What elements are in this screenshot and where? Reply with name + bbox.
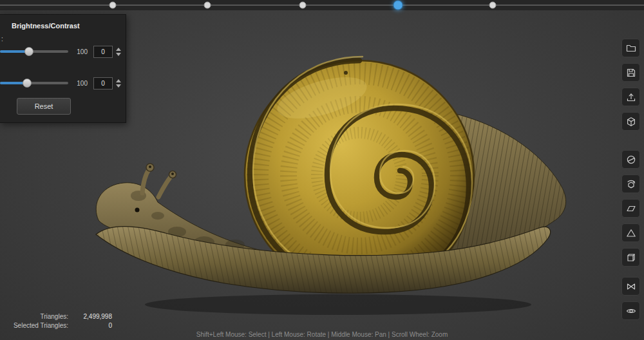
triangles-value: 2,499,998 bbox=[71, 313, 112, 320]
visibility-icon bbox=[626, 306, 636, 316]
slider-max-label: 100 bbox=[73, 48, 88, 55]
selected-triangles-label: Selected Triangles: bbox=[6, 322, 68, 329]
model-cube-button[interactable] bbox=[621, 112, 640, 131]
bounding-box-button[interactable] bbox=[621, 248, 640, 267]
mesh-rotate-button[interactable] bbox=[621, 175, 640, 193]
toolbar-group-file bbox=[621, 39, 640, 131]
contrast-row: 100 bbox=[0, 75, 126, 91]
folder-open-icon bbox=[626, 43, 636, 53]
mouse-help-text: Shift+Left Mouse: Select | Left Mouse: R… bbox=[0, 331, 644, 338]
optimize-icon bbox=[626, 281, 636, 292]
sphere-cut-icon bbox=[626, 155, 636, 165]
snail-model[interactable] bbox=[80, 52, 576, 322]
surface-plane-icon bbox=[626, 203, 636, 214]
sphere-cut-button[interactable] bbox=[621, 150, 640, 169]
mesh-rotate-icon bbox=[626, 179, 636, 189]
visibility-button[interactable] bbox=[621, 301, 640, 320]
brightness-spinner[interactable] bbox=[116, 48, 121, 56]
triangle-mesh-button[interactable] bbox=[621, 223, 640, 242]
model-cube-icon bbox=[626, 117, 636, 127]
brightness-row: 100 bbox=[0, 43, 126, 60]
save-button[interactable] bbox=[621, 63, 640, 82]
progress-step-2[interactable] bbox=[204, 2, 211, 9]
spinner-up-icon[interactable] bbox=[116, 79, 121, 82]
mesh-statistics: Triangles: 2,499,998 Selected Triangles:… bbox=[6, 313, 112, 329]
progress-step-1[interactable] bbox=[109, 2, 117, 9]
selected-triangles-value: 0 bbox=[71, 322, 112, 329]
brightness-slider[interactable] bbox=[0, 46, 68, 57]
progress-step-4-active[interactable] bbox=[393, 1, 403, 10]
export-button[interactable] bbox=[621, 88, 640, 106]
save-icon bbox=[626, 68, 636, 78]
right-toolbar bbox=[621, 39, 640, 320]
brightness-label: : bbox=[0, 35, 126, 43]
contrast-spinner[interactable] bbox=[116, 79, 121, 88]
toolbar-group-view bbox=[621, 277, 640, 320]
toolbar-group-edit bbox=[621, 150, 640, 267]
progress-step-5[interactable] bbox=[489, 2, 497, 9]
spinner-down-icon[interactable] bbox=[116, 84, 121, 88]
triangle-mesh-icon bbox=[626, 228, 636, 238]
export-icon bbox=[626, 92, 636, 102]
contrast-label bbox=[0, 66, 126, 75]
progress-line bbox=[0, 5, 644, 6]
bounding-box-icon bbox=[626, 252, 636, 263]
contrast-value-input[interactable] bbox=[93, 77, 113, 90]
brightness-contrast-panel: Brightness/Contrast : 100 100 Reset bbox=[0, 14, 126, 123]
workflow-stepper bbox=[0, 0, 644, 10]
folder-open-button[interactable] bbox=[621, 39, 640, 57]
surface-plane-button[interactable] bbox=[621, 199, 640, 218]
brightness-value-input[interactable] bbox=[93, 46, 113, 58]
slider-max-label: 100 bbox=[73, 80, 88, 87]
optimize-button[interactable] bbox=[621, 277, 640, 296]
spinner-up-icon[interactable] bbox=[116, 48, 121, 51]
spinner-down-icon[interactable] bbox=[116, 53, 121, 56]
reset-button[interactable]: Reset bbox=[17, 98, 71, 115]
slider-knob[interactable] bbox=[23, 79, 32, 88]
slider-knob[interactable] bbox=[24, 47, 33, 56]
triangles-label: Triangles: bbox=[6, 313, 68, 320]
contrast-slider[interactable] bbox=[0, 78, 68, 88]
panel-title: Brightness/Contrast bbox=[0, 15, 126, 35]
progress-step-3[interactable] bbox=[299, 2, 307, 9]
